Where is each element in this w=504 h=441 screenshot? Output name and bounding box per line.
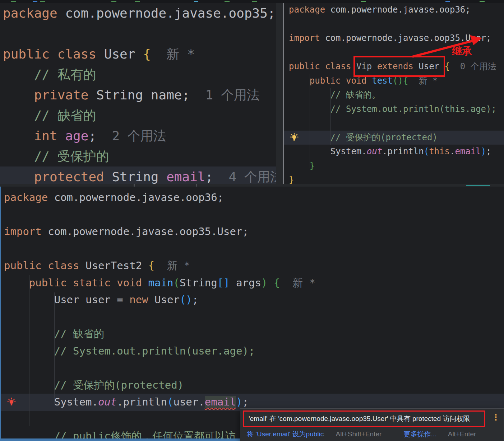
code-token: import xyxy=(4,225,48,238)
intention-bulb-icon[interactable] xyxy=(290,133,299,142)
code-token: // 缺省的。 xyxy=(289,90,380,100)
tab-remnant-icon xyxy=(135,1,140,2)
code-line[interactable]: System.out.println(this.email); xyxy=(284,145,504,159)
code-line[interactable] xyxy=(284,17,504,32)
pane-divider-strip xyxy=(0,184,504,187)
code-line[interactable]: import com.powernode.javase.oop35.User; xyxy=(1,223,504,240)
code-token: ; xyxy=(192,294,198,306)
code-line[interactable]: // 缺省的 xyxy=(1,325,504,343)
indent-guide xyxy=(29,275,29,426)
code-line[interactable]: private String name; 1 个用法 xyxy=(0,85,276,105)
tab-remnant-icon xyxy=(225,1,230,2)
code-line[interactable]: public class UserTest2 { 新 * xyxy=(1,257,504,275)
code-line[interactable]: // 受保护的(protected) xyxy=(284,131,504,145)
code-line[interactable]: package com.powernode.javase.oop36; xyxy=(284,3,504,17)
code-token: name; xyxy=(151,88,190,102)
code-token: . xyxy=(450,146,455,156)
code-line[interactable]: public class User { 新 * xyxy=(0,44,276,64)
code-token: com.powernode.javase.oop35.User; xyxy=(48,225,249,238)
scrollbar-track[interactable] xyxy=(276,3,283,184)
inheritance-arrow xyxy=(410,35,485,61)
code-token: () xyxy=(393,76,403,86)
code-line[interactable]: // 私有的 xyxy=(0,64,276,85)
code-token: } xyxy=(289,175,294,184)
code-line[interactable] xyxy=(1,360,504,377)
code-token: 1 个用法 xyxy=(190,88,260,102)
code-line[interactable]: package com.powernode.javase.oop36; xyxy=(1,189,504,206)
code-line[interactable]: int age; 2 个用法 xyxy=(0,126,276,146)
code-line[interactable]: } xyxy=(284,159,504,173)
editor-pane-user-class[interactable]: package com.powernode.javase.oop35; publ… xyxy=(0,3,276,184)
code-line[interactable]: } xyxy=(284,173,504,184)
code-line[interactable]: public static void main(String[] args) {… xyxy=(1,275,504,292)
code-token: out xyxy=(367,146,382,156)
code-line[interactable] xyxy=(1,240,504,258)
code-line[interactable]: protected String email; 4 个用法 xyxy=(0,166,276,184)
code-token: // 受保护的(protected) xyxy=(4,379,184,391)
ide-editor-area: package com.powernode.javase.oop35; publ… xyxy=(0,0,504,441)
code-line[interactable] xyxy=(1,309,504,326)
code-token: ; xyxy=(242,396,249,408)
code-token: .println xyxy=(117,396,167,408)
code-token: main xyxy=(148,277,174,289)
code-line[interactable]: // 缺省的 xyxy=(0,105,276,126)
shortcut-hint: Alt+Enter xyxy=(448,430,476,438)
code-token: User xyxy=(104,47,143,61)
code-token: 新 * xyxy=(280,277,315,289)
more-actions-link[interactable]: 更多操作... xyxy=(404,430,437,438)
code-token: com.powernode.javase.oop36; xyxy=(330,5,471,15)
code-line[interactable]: // 受保护的 xyxy=(0,146,276,166)
code-line[interactable] xyxy=(0,23,276,44)
indent-guide xyxy=(330,88,331,145)
editor-pane-usertest2-class[interactable]: package com.powernode.javase.oop36; impo… xyxy=(1,189,504,438)
code-token: // 受保护的 xyxy=(3,149,109,164)
code-line[interactable] xyxy=(1,206,504,224)
code-line[interactable]: // 缺省的。 xyxy=(284,88,504,102)
code-token: // System.out.println(user.age); xyxy=(4,345,255,357)
code-token: System. xyxy=(289,146,367,156)
code-token: 新 * xyxy=(154,259,190,272)
code-line[interactable]: package com.powernode.javase.oop35; xyxy=(0,3,276,23)
indent-guide xyxy=(54,292,55,404)
code-token: public static void xyxy=(4,277,148,289)
code-token: [] xyxy=(217,277,230,289)
code-token: ) xyxy=(261,277,274,289)
code-line[interactable]: // System.out.println(user.age); xyxy=(1,343,504,360)
code-token: public class xyxy=(3,47,104,61)
tab-remnant-icon xyxy=(361,1,366,2)
code-token: package xyxy=(3,6,65,20)
code-token: private xyxy=(3,88,96,102)
tab-bar-remnant xyxy=(0,0,504,3)
code-token: 新 * xyxy=(151,47,195,61)
code-token: this xyxy=(429,146,450,156)
code-token: String xyxy=(96,88,151,102)
code-token: ( xyxy=(424,146,429,156)
code-token: public class xyxy=(4,259,85,272)
code-token: ) xyxy=(236,396,242,408)
code-token: package xyxy=(289,5,330,15)
code-token: int xyxy=(3,128,65,143)
code-line[interactable] xyxy=(284,116,504,131)
tab-remnant-icon xyxy=(445,1,450,2)
code-token: .println xyxy=(382,146,424,156)
code-token: 4 个用法 xyxy=(213,169,276,184)
code-token: age xyxy=(65,128,88,143)
code-token: ( xyxy=(167,396,173,408)
divider-accent xyxy=(466,185,490,186)
error-message: 'email' 在 'com.powernode.javase.oop35.Us… xyxy=(244,414,470,423)
more-options-kebab-icon[interactable]: ⋮ xyxy=(491,413,500,422)
tab-remnant-icon xyxy=(33,1,37,2)
editor-pane-vip-class[interactable]: package com.powernode.javase.oop36; impo… xyxy=(284,3,504,184)
code-token: ; xyxy=(486,146,491,156)
code-line[interactable]: // 受保护的(protected) xyxy=(1,377,504,394)
code-token: UserTest2 xyxy=(85,259,148,272)
code-token: import xyxy=(289,33,325,43)
intention-bulb-icon[interactable] xyxy=(7,398,16,407)
make-public-action-link[interactable]: 将 'User.email' 设为public xyxy=(247,430,324,438)
tab-remnant-icon xyxy=(194,1,198,2)
code-line[interactable]: User user = new User(); xyxy=(1,291,504,309)
code-token: // 受保护的(protected) xyxy=(289,132,438,142)
code-token: email xyxy=(166,169,205,184)
code-token: 2 个用法 xyxy=(96,128,166,143)
code-line[interactable]: // System.out.println(this.age); xyxy=(284,102,504,117)
